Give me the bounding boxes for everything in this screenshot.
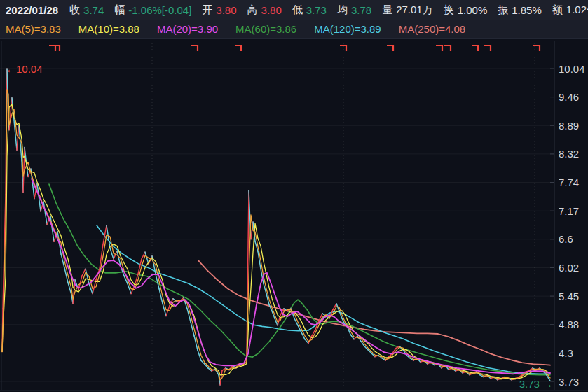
announcement-flag-icon[interactable]: [436, 46, 442, 51]
quote-field-额: 额1.02亿: [552, 4, 588, 17]
quote-field-幅: 幅-1.06%[-0.04]: [114, 4, 191, 17]
announcement-flag-icon[interactable]: [387, 46, 393, 51]
quote-field-振: 振1.85%: [498, 4, 542, 17]
y-axis-label: 7.74: [559, 176, 579, 188]
y-axis-label: 10.04: [559, 63, 585, 75]
y-axis-label: 5.45: [559, 290, 579, 302]
ma-legend-item-0: MA(5)=3.83: [6, 23, 61, 35]
price-segment: [301, 332, 305, 340]
price-segment: [163, 304, 166, 316]
quote-field-label: 幅: [114, 4, 125, 17]
announcement-flag-icon[interactable]: [444, 46, 451, 51]
announcement-flag-icon[interactable]: [484, 46, 491, 51]
announcement-flag-icon[interactable]: [191, 46, 198, 51]
y-axis-label: 4.88: [559, 318, 579, 330]
announcement-flag-icon[interactable]: [533, 46, 540, 51]
quote-field-开: 开3.80: [202, 4, 236, 17]
announcement-flag-icon[interactable]: [53, 46, 60, 51]
ma-legend-item-1: MA(10)=3.88: [78, 23, 139, 35]
quote-field-label: 高: [247, 4, 258, 17]
quote-field-量: 量27.01万: [382, 4, 433, 17]
ma20-line: [32, 178, 550, 374]
quote-field-value: 3.80: [216, 4, 236, 16]
quote-field-label: 均: [337, 4, 348, 17]
stock-chart-screen: 2022/01/28 收3.74幅-1.06%[-0.04]开3.80高3.80…: [0, 0, 588, 392]
price-segment: [64, 268, 68, 283]
quote-field-value: 27.01万: [396, 4, 433, 17]
y-axis-label: 4.3: [559, 347, 573, 359]
y-axis-label: 3.73: [559, 376, 579, 388]
price-chart-canvas[interactable]: 10.049.468.898.327.747.176.66.025.454.88…: [0, 39, 588, 392]
quote-field-value: -1.06%[-0.04]: [128, 4, 191, 16]
quote-field-label: 换: [444, 4, 454, 17]
quote-field-换: 换1.00%: [444, 4, 488, 17]
y-axis-label: 7.17: [559, 205, 579, 217]
y-axis-label: 6.02: [559, 262, 579, 274]
announcement-flag-icon[interactable]: [49, 46, 55, 51]
price-segment: [194, 336, 198, 351]
quote-field-value: 3.78: [351, 4, 371, 16]
price-segment: [312, 330, 315, 336]
price-segment: [68, 283, 71, 295]
price-chart: 10.049.468.898.327.747.176.66.025.454.88…: [0, 39, 588, 392]
low-price-annotation: 3.73 →: [519, 378, 553, 390]
quote-field-value: 1.02亿: [566, 4, 588, 17]
ma-legend-item-3: MA(60)=3.86: [235, 23, 296, 35]
quote-field-label: 收: [69, 4, 80, 17]
quote-fields: 收3.74幅-1.06%[-0.04]开3.80高3.80低3.73均3.78量…: [69, 4, 588, 17]
quote-field-label: 量: [382, 4, 392, 17]
quote-field-label: 额: [552, 4, 563, 17]
ma10-line: [2, 104, 550, 379]
quote-field-低: 低3.73: [292, 4, 327, 17]
ma-legend: MA(5)=3.83MA(10)=3.88MA(20)=3.90MA(60)=3…: [0, 20, 588, 39]
quote-field-label: 低: [292, 4, 303, 17]
quote-field-value: 3.80: [261, 4, 282, 16]
price-segment: [191, 322, 194, 336]
announcement-flag-icon[interactable]: [472, 46, 478, 51]
quote-field-均: 均3.78: [337, 4, 371, 17]
ma60-line: [49, 184, 550, 375]
quote-field-value: 1.85%: [512, 4, 542, 16]
quote-field-高: 高3.80: [247, 4, 282, 17]
ma250-line: [198, 260, 550, 365]
quote-date: 2022/01/28: [6, 4, 58, 16]
ma-legend-item-5: MA(250)=4.08: [399, 23, 465, 35]
high-price-annotation: ←10.04: [6, 63, 43, 75]
quote-field-收: 收3.74: [69, 4, 104, 17]
quote-field-value: 3.74: [83, 4, 104, 16]
ma5-line: [2, 90, 550, 380]
quote-field-label: 振: [498, 4, 508, 17]
quote-field-value: 3.73: [306, 4, 327, 16]
price-segment: [198, 350, 201, 360]
ma-legend-item-4: MA(120)=3.89: [314, 23, 381, 35]
ma-legend-item-2: MA(20)=3.90: [157, 23, 218, 35]
quote-header: 2022/01/28 收3.74幅-1.06%[-0.04]开3.80高3.80…: [0, 0, 588, 20]
quote-field-label: 开: [202, 4, 212, 17]
y-axis-label: 6.6: [559, 233, 573, 245]
quote-field-value: 1.00%: [458, 4, 488, 16]
y-axis-label: 8.32: [559, 148, 579, 160]
y-axis-label: 8.89: [559, 120, 579, 132]
ma120-line: [97, 225, 549, 374]
announcement-flag-icon[interactable]: [235, 46, 241, 51]
y-axis-label: 9.46: [559, 91, 579, 103]
